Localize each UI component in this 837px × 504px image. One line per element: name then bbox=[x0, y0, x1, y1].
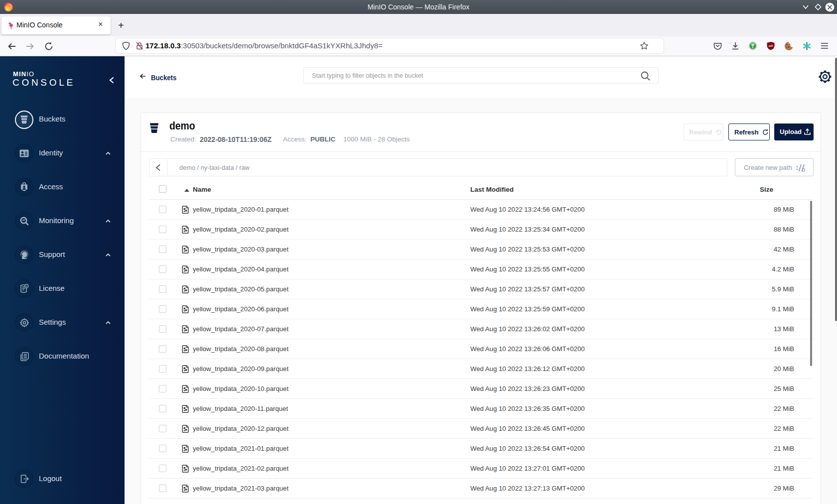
svg-text:uO: uO bbox=[769, 44, 773, 47]
